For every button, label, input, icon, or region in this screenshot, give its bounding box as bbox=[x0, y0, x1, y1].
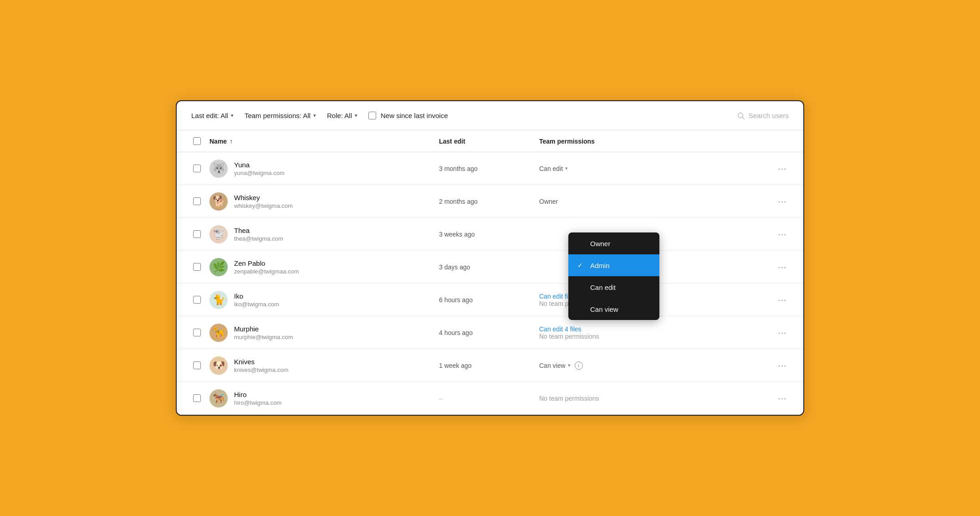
user-email-yuna: yuna@twigma.com bbox=[234, 170, 285, 176]
role-chevron: ▾ bbox=[355, 113, 357, 119]
search-group[interactable]: Search users bbox=[737, 112, 789, 120]
perm-link-murphie[interactable]: Can edit 4 files bbox=[539, 325, 769, 333]
select-murphie[interactable] bbox=[193, 329, 201, 336]
table-row: 🦮 Murphie murphie@twigma.com 4 hours ago… bbox=[177, 316, 803, 349]
avatar-knives: 🐶 bbox=[209, 356, 228, 375]
select-zen[interactable] bbox=[193, 263, 201, 271]
avatar-yuna: 🐺 bbox=[209, 160, 228, 178]
dropdown-option-admin[interactable]: ✓ Admin bbox=[568, 254, 659, 276]
user-email-murphie: murphie@twigma.com bbox=[234, 334, 293, 341]
perm-label-knives: Can view bbox=[539, 362, 566, 369]
perm-dropdown-yuna[interactable]: Can edit ▾ bbox=[539, 165, 769, 172]
more-menu-murphie[interactable]: ··· bbox=[769, 327, 796, 338]
last-edit-knives: 1 week ago bbox=[439, 362, 539, 369]
user-info-murphie: 🦮 Murphie murphie@twigma.com bbox=[209, 324, 439, 342]
avatar-thea: 🐩 bbox=[209, 225, 228, 243]
select-yuna[interactable] bbox=[193, 165, 201, 172]
toolbar: Last edit: All ▾ Team permissions: All ▾… bbox=[177, 101, 803, 130]
user-name-thea: Thea bbox=[234, 227, 283, 234]
role-label: Role: All bbox=[327, 112, 352, 119]
user-info-thea: 🐩 Thea thea@twigma.com bbox=[209, 225, 439, 243]
last-edit-hiro: – bbox=[439, 395, 539, 402]
more-menu-whiskey[interactable]: ··· bbox=[769, 196, 796, 206]
perm-label-yuna: Can edit bbox=[539, 165, 563, 172]
more-menu-thea[interactable]: ··· bbox=[769, 229, 796, 239]
select-hiro[interactable] bbox=[193, 394, 201, 402]
user-name-zen: Zen Pablo bbox=[234, 259, 299, 267]
user-email-thea: thea@twigma.com bbox=[234, 235, 283, 242]
sort-icon: ↑ bbox=[230, 138, 233, 145]
new-since-label: New since last invoice bbox=[381, 112, 448, 119]
table-row: 🌿 Zen Pablo zenpable@twigmaa.com 3 days … bbox=[177, 251, 803, 284]
dropdown-option-owner[interactable]: Owner bbox=[568, 232, 659, 254]
dropdown-option-can-edit[interactable]: Can edit bbox=[568, 276, 659, 298]
user-email-knives: knives@twigma.com bbox=[234, 366, 288, 373]
select-knives[interactable] bbox=[193, 361, 201, 369]
search-icon bbox=[737, 112, 745, 120]
avatar-zen: 🌿 bbox=[209, 258, 228, 276]
perm-chevron-yuna: ▾ bbox=[565, 165, 568, 171]
table-row: 🐶 Knives knives@twigma.com 1 week ago Ca… bbox=[177, 349, 803, 382]
select-all-checkbox-cell bbox=[184, 137, 209, 145]
avatar-hiro: 🐕‍🦺 bbox=[209, 389, 228, 408]
more-menu-zen[interactable]: ··· bbox=[769, 262, 796, 272]
new-since-checkbox[interactable] bbox=[368, 112, 376, 119]
permission-dropdown-thea: Owner ✓ Admin Can edit Can view bbox=[568, 232, 659, 320]
permission-knives: Can view ▾ i bbox=[539, 361, 769, 370]
row-checkbox-hiro bbox=[184, 394, 209, 402]
perm-dropdown-knives[interactable]: Can view ▾ i bbox=[539, 361, 769, 370]
table-row: 🐩 Thea thea@twigma.com 3 weeks ago Owner… bbox=[177, 218, 803, 251]
info-icon-knives[interactable]: i bbox=[575, 361, 583, 370]
more-menu-knives[interactable]: ··· bbox=[769, 360, 796, 371]
more-menu-iko[interactable]: ··· bbox=[769, 294, 796, 305]
search-placeholder: Search users bbox=[749, 112, 789, 119]
name-header-label: Name bbox=[209, 138, 227, 145]
avatar-iko: 🐈 bbox=[209, 291, 228, 309]
last-edit-murphie: 4 hours ago bbox=[439, 329, 539, 336]
user-text-zen: Zen Pablo zenpable@twigmaa.com bbox=[234, 259, 299, 275]
row-checkbox-yuna bbox=[184, 165, 209, 172]
last-edit-zen: 3 days ago bbox=[439, 263, 539, 271]
user-email-zen: zenpable@twigmaa.com bbox=[234, 268, 299, 275]
user-name-murphie: Murphie bbox=[234, 325, 293, 333]
more-menu-yuna[interactable]: ··· bbox=[769, 163, 796, 174]
row-checkbox-thea bbox=[184, 230, 209, 238]
user-info-iko: 🐈 Iko iko@twigma.com bbox=[209, 291, 439, 309]
avatar-murphie: 🦮 bbox=[209, 324, 228, 342]
role-filter[interactable]: Role: All ▾ bbox=[327, 112, 357, 119]
permission-murphie: Can edit 4 files No team permissions bbox=[539, 325, 769, 340]
dropdown-option-can-view[interactable]: Can view bbox=[568, 298, 659, 320]
team-permissions-label: Team permissions: All bbox=[245, 112, 311, 119]
option-label-can-view: Can view bbox=[590, 305, 618, 313]
select-thea[interactable] bbox=[193, 230, 201, 238]
user-name-whiskey: Whiskey bbox=[234, 194, 293, 201]
option-label-can-edit: Can edit bbox=[590, 284, 616, 291]
select-iko[interactable] bbox=[193, 296, 201, 304]
user-text-iko: Iko iko@twigma.com bbox=[234, 292, 279, 308]
checkmark-admin: ✓ bbox=[577, 262, 585, 269]
user-info-yuna: 🐺 Yuna yuna@twigma.com bbox=[209, 160, 439, 178]
permission-yuna: Can edit ▾ bbox=[539, 165, 769, 172]
row-checkbox-zen bbox=[184, 263, 209, 271]
last-edit-yuna: 3 months ago bbox=[439, 165, 539, 172]
user-text-knives: Knives knives@twigma.com bbox=[234, 358, 288, 373]
last-edit-filter[interactable]: Last edit: All ▾ bbox=[191, 112, 234, 119]
team-permissions-header: Team permissions bbox=[539, 138, 769, 145]
more-menu-hiro[interactable]: ··· bbox=[769, 393, 796, 403]
last-edit-iko: 6 hours ago bbox=[439, 296, 539, 304]
user-text-murphie: Murphie murphie@twigma.com bbox=[234, 325, 293, 341]
perm-no-team-murphie: No team permissions bbox=[539, 333, 769, 340]
main-window: Last edit: All ▾ Team permissions: All ▾… bbox=[176, 100, 804, 416]
user-name-knives: Knives bbox=[234, 358, 288, 366]
select-all-checkbox[interactable] bbox=[193, 137, 201, 145]
user-info-knives: 🐶 Knives knives@twigma.com bbox=[209, 356, 439, 375]
row-checkbox-whiskey bbox=[184, 197, 209, 205]
select-whiskey[interactable] bbox=[193, 197, 201, 205]
team-permissions-chevron: ▾ bbox=[313, 113, 316, 119]
last-edit-thea: 3 weeks ago bbox=[439, 231, 539, 238]
user-email-hiro: hiro@twigma.com bbox=[234, 399, 281, 406]
users-table: Name ↑ Last edit Team permissions 🐺 Yuna… bbox=[177, 130, 803, 415]
team-permissions-filter[interactable]: Team permissions: All ▾ bbox=[245, 112, 316, 119]
permission-hiro: No team permissions bbox=[539, 395, 769, 402]
user-name-iko: Iko bbox=[234, 292, 279, 300]
